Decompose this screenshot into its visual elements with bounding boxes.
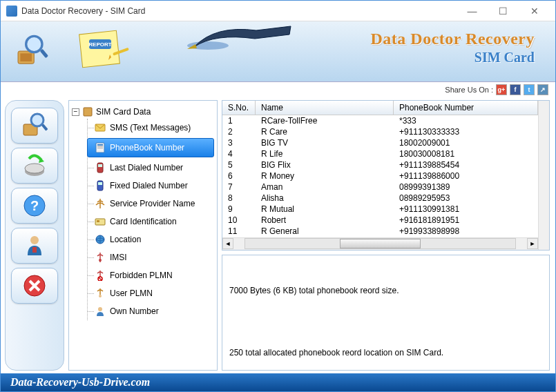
cell-name: BIG Flix — [256, 159, 394, 170]
maximize-button[interactable]: ☐ — [488, 1, 519, 21]
tree-item-label: IMSI — [110, 253, 127, 262]
cell-number: 18002009001 — [394, 137, 538, 148]
svg-point-38 — [99, 295, 102, 297]
share-label: Share Us On : — [445, 86, 493, 94]
table-row[interactable]: 4R Life180030008181 — [222, 148, 538, 159]
table-row[interactable]: 7Aman08999391389 — [222, 182, 538, 193]
tree-item-sms[interactable]: SMS (Text Messages) — [87, 119, 214, 137]
cell-sno: 2 — [222, 126, 256, 137]
dialed-icon — [95, 162, 106, 173]
facebook-icon[interactable]: f — [510, 84, 521, 95]
tree-item-label: Location — [110, 235, 141, 244]
cell-name: R Care — [256, 126, 394, 137]
cell-number: 08989295953 — [394, 193, 538, 204]
scroll-left-icon[interactable]: ◄ — [222, 238, 233, 249]
table-row[interactable]: 1RCare-TollFree*333 — [222, 115, 538, 126]
expand-toggle-icon[interactable]: − — [72, 108, 79, 116]
cell-name: R Life — [256, 148, 394, 159]
table-row[interactable]: 2R Care+911130333333 — [222, 126, 538, 137]
col-number[interactable]: PhoneBook Number — [394, 101, 538, 115]
cell-sno: 10 — [222, 215, 256, 226]
svg-point-12 — [31, 114, 44, 126]
provider-icon — [95, 198, 106, 209]
vertical-scrollbar[interactable] — [538, 101, 549, 250]
tree-root-label: SIM Card Data — [96, 107, 151, 117]
location-icon — [95, 234, 106, 245]
minimize-button[interactable]: — — [457, 1, 488, 21]
table-row[interactable]: 9R Mutual+911130991381 — [222, 204, 538, 215]
twitter-icon[interactable]: t — [524, 84, 535, 95]
scroll-thumb[interactable] — [340, 239, 421, 248]
table-row[interactable]: 3BIG TV18002009001 — [222, 137, 538, 148]
cell-number: +911130991381 — [394, 204, 538, 215]
tree-item-own[interactable]: Own Number — [87, 302, 214, 320]
table-body[interactable]: 1RCare-TollFree*3332R Care+9111303333333… — [222, 115, 538, 237]
svg-point-39 — [98, 307, 102, 311]
svg-text:?: ? — [30, 198, 39, 213]
table-header: S.No. Name PhoneBook Number — [222, 101, 538, 115]
table-row[interactable]: 5BIG Flix+911139885454 — [222, 159, 538, 170]
tree-item-provider[interactable]: Service Provider Name — [87, 195, 214, 213]
svg-rect-1 — [20, 53, 32, 61]
table-row[interactable]: 10Robert+916181891951 — [222, 215, 538, 226]
tree-item-location[interactable]: Location — [87, 231, 214, 248]
cell-sno: 7 — [222, 182, 256, 193]
tree-panel: − SIM Card Data SMS (Text Messages)Phone… — [68, 100, 218, 371]
table-panel: S.No. Name PhoneBook Number 1RCare-TollF… — [222, 100, 550, 251]
svg-rect-29 — [98, 164, 102, 167]
cell-name: BIG TV — [256, 137, 394, 148]
tree-item-dialed[interactable]: Last Dialed Number — [87, 159, 214, 177]
tree-item-fixed[interactable]: Fixed Dialed Number — [87, 177, 214, 195]
about-button[interactable] — [11, 228, 58, 264]
details-panel: 7000 Bytes (6 KB) total phonebook reord … — [222, 255, 550, 371]
cell-name: Aman — [256, 182, 394, 193]
tree-item-cardid[interactable]: Card Identification — [87, 213, 214, 231]
tree-item-user[interactable]: User PLMN — [87, 284, 214, 302]
scroll-right-icon[interactable]: ► — [527, 238, 538, 249]
tree-item-forbidden[interactable]: Forbidden PLMN — [87, 266, 214, 284]
table-row[interactable]: 6R Money+911139886000 — [222, 170, 538, 182]
cell-number: +916181891951 — [394, 215, 538, 226]
table-row[interactable]: 11R General+919933898998 — [222, 226, 538, 237]
col-sno[interactable]: S.No. — [222, 101, 256, 115]
google-plus-icon[interactable]: g+ — [496, 84, 507, 95]
tree-item-label: Last Dialed Number — [110, 163, 183, 173]
horizontal-scrollbar[interactable]: ◄ ► — [222, 237, 538, 250]
svg-point-15 — [25, 164, 44, 173]
scan-button[interactable] — [11, 108, 58, 144]
cell-sno: 3 — [222, 137, 256, 148]
svg-rect-13 — [41, 124, 48, 130]
svg-rect-20 — [32, 247, 37, 253]
tree-item-imsi[interactable]: IMSI — [87, 248, 214, 266]
tree-item-label: PhoneBook Number — [110, 143, 184, 153]
cell-number: +919933898998 — [394, 226, 538, 237]
share-icon[interactable]: ↗ — [537, 84, 548, 95]
vertical-toolbar: ? — [5, 100, 64, 371]
cell-number: +911130333333 — [394, 126, 538, 137]
table-row[interactable]: 8Alisha08989295953 — [222, 193, 538, 204]
tree-item-label: Card Identification — [110, 217, 177, 226]
user-icon — [95, 288, 106, 299]
save-button[interactable] — [11, 148, 58, 184]
tree-item-phonebook[interactable]: PhoneBook Number — [87, 138, 214, 157]
help-button[interactable]: ? — [11, 188, 58, 224]
cell-sno: 1 — [222, 115, 256, 126]
cell-name: R General — [256, 226, 394, 237]
cell-number: +911139886000 — [394, 170, 538, 182]
tree-item-label: Forbidden PLMN — [110, 271, 173, 280]
svg-point-35 — [99, 259, 102, 262]
exit-button[interactable] — [11, 268, 58, 304]
brand-subtitle: SIM Card — [371, 50, 535, 66]
close-button[interactable]: ✕ — [519, 1, 550, 21]
tree-root[interactable]: − SIM Card Data — [72, 105, 214, 119]
pen-icon — [187, 21, 298, 52]
fixed-icon — [95, 180, 106, 191]
cell-sno: 5 — [222, 159, 256, 170]
cell-name: Alisha — [256, 193, 394, 204]
magnifier-sim-icon — [15, 34, 49, 68]
details-line: 7000 Bytes (6 KB) total phonebook reord … — [229, 284, 542, 297]
svg-rect-31 — [98, 182, 102, 185]
cell-number: *333 — [394, 115, 538, 126]
col-name[interactable]: Name — [256, 101, 394, 115]
titlebar: Data Doctor Recovery - SIM Card — ☐ ✕ — [1, 1, 555, 21]
